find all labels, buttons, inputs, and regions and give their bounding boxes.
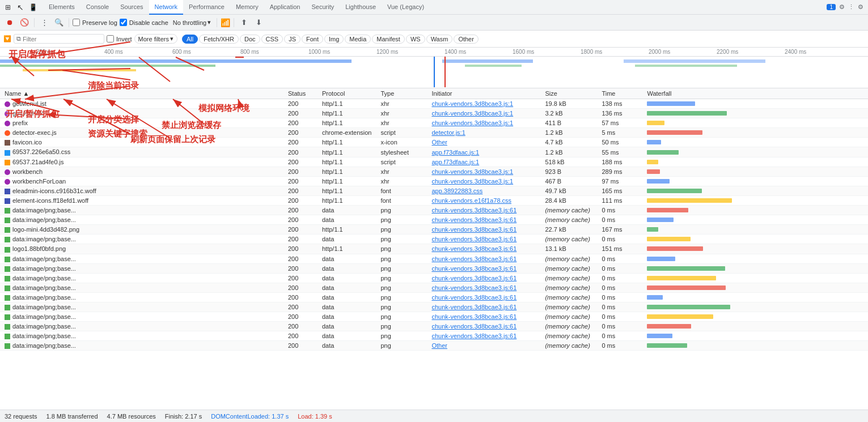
wf-overview-bar-4 — [442, 59, 533, 63]
cell-waterfall — [642, 176, 868, 186]
tab-network[interactable]: Network — [149, 0, 183, 15]
table-row[interactable]: data:image/png;base... 200 data png chun… — [0, 302, 868, 312]
table-row[interactable]: eleadmin-icons.c916b31c.woff 200 http/1.… — [0, 186, 868, 195]
filter-input-wrap[interactable]: ⧉ — [14, 34, 104, 44]
table-row[interactable]: data:image/png;base... 200 data png chun… — [0, 312, 868, 322]
filter-manifest[interactable]: Manifest — [372, 35, 405, 44]
tab-elements[interactable]: Elements — [43, 0, 81, 15]
filter-font[interactable]: Font — [302, 35, 323, 44]
table-row[interactable]: workbench 200 http/1.1 xhr chunk-vendors… — [0, 167, 868, 176]
cell-size: (memory cache) — [540, 273, 597, 283]
filter-img[interactable]: Img — [324, 35, 344, 44]
cell-waterfall — [642, 147, 868, 157]
header-status[interactable]: Status — [283, 88, 317, 99]
header-size[interactable]: Size — [540, 88, 597, 99]
table-header-row: Name ▲ Status Protocol Type Initiator Si… — [0, 88, 868, 99]
mobile-icon[interactable]: 📱 — [27, 2, 39, 13]
tab-vue[interactable]: Vue (Legacy) — [382, 0, 430, 15]
invert-label[interactable]: Invert — [107, 35, 132, 42]
header-type[interactable]: Type — [376, 88, 427, 99]
record-button[interactable]: ⏺ — [3, 16, 16, 29]
tick-2400ms: 2400 ms — [785, 49, 806, 55]
filter-media[interactable]: Media — [345, 35, 371, 44]
invert-checkbox[interactable] — [107, 35, 114, 42]
more-icon[interactable]: ⋮ — [848, 3, 854, 11]
cell-initiator: chunk-vendors.3d8bcae3.js:1 — [427, 167, 540, 176]
filter-css[interactable]: CSS — [261, 35, 283, 44]
cell-waterfall — [642, 341, 868, 351]
table-row[interactable]: getUserInfo 200 http/1.1 xhr chunk-vendo… — [0, 109, 868, 118]
cell-type: script — [376, 157, 427, 167]
table-row[interactable]: data:image/png;base... 200 data png chun… — [0, 283, 868, 292]
tab-security[interactable]: Security — [306, 0, 340, 15]
cell-waterfall — [642, 225, 868, 235]
cell-type: xhr — [376, 99, 427, 109]
cursor-icon[interactable]: ↖ — [15, 2, 26, 13]
cell-type: x-icon — [376, 138, 427, 147]
cell-status: 200 — [283, 341, 317, 351]
preserve-log-checkbox[interactable] — [73, 19, 80, 26]
network-table: Name ▲ Status Protocol Type Initiator Si… — [0, 88, 868, 351]
cell-initiator: chunk-vendors.3d8bcae3.js:1 — [427, 118, 540, 128]
table-row[interactable]: data:image/png;base... 200 data png chun… — [0, 254, 868, 263]
cell-size: 4.7 kB — [540, 138, 597, 147]
table-row[interactable]: data:image/png;base... 200 data png chun… — [0, 331, 868, 341]
table-row[interactable]: prefix 200 http/1.1 xhr chunk-vendors.3d… — [0, 118, 868, 128]
table-row[interactable]: detector-exec.js 200 chrome-extension sc… — [0, 128, 868, 138]
tab-lighthouse[interactable]: Lighthouse — [340, 0, 382, 15]
table-row[interactable]: data:image/png;base... 200 data png chun… — [0, 263, 868, 273]
throttle-dropdown[interactable]: No throttling ▾ — [171, 18, 213, 27]
disable-cache-label[interactable]: Disable cache — [120, 19, 168, 26]
table-row[interactable]: data:image/png;base... 200 data png chun… — [0, 322, 868, 331]
filter-wasm[interactable]: Wasm — [426, 35, 453, 44]
filter-fetch-xhr[interactable]: Fetch/XHR — [199, 35, 239, 44]
tab-memory[interactable]: Memory — [230, 0, 264, 15]
header-name[interactable]: Name ▲ — [0, 88, 283, 99]
table-row[interactable]: data:image/png;base... 200 data png chun… — [0, 235, 868, 244]
tab-performance[interactable]: Performance — [183, 0, 230, 15]
table-row[interactable]: logo1.88bf0bfd.png 200 http/1.1 png chun… — [0, 244, 868, 254]
table-row[interactable]: favicon.ico 200 http/1.1 x-icon Other 4.… — [0, 138, 868, 147]
search-button[interactable]: 🔍 — [53, 16, 65, 29]
header-time[interactable]: Time — [597, 88, 642, 99]
filter-all[interactable]: All — [182, 35, 198, 44]
cell-initiator: chunk-vendors.3d8bcae3.js:61 — [427, 206, 540, 215]
filter-input[interactable] — [23, 36, 91, 42]
table-row[interactable]: data:image/png;base... 200 data png Othe… — [0, 341, 868, 351]
cell-waterfall — [642, 244, 868, 254]
export-button[interactable]: ⬇ — [252, 16, 265, 29]
tab-console[interactable]: Console — [81, 0, 115, 15]
table-row[interactable]: data:image/png;base... 200 data png chun… — [0, 292, 868, 302]
cell-size: 1.2 kB — [540, 147, 597, 157]
table-row[interactable]: 69537.226e6a50.css 200 http/1.1 styleshe… — [0, 147, 868, 157]
cell-protocol: http/1.1 — [317, 225, 376, 235]
header-waterfall[interactable]: Waterfall — [642, 88, 868, 99]
filter-ws[interactable]: WS — [406, 35, 425, 44]
table-row[interactable]: data:image/png;base... 200 data png chun… — [0, 273, 868, 283]
clear-button[interactable]: 🚫 — [18, 16, 31, 29]
header-protocol[interactable]: Protocol — [317, 88, 376, 99]
disable-cache-checkbox[interactable] — [120, 19, 127, 26]
filter-js[interactable]: JS — [284, 35, 300, 44]
cell-waterfall — [642, 292, 868, 302]
more-filters-button[interactable]: More filters ▾ — [134, 34, 177, 44]
filter-icon-button[interactable]: ⋮ — [38, 16, 50, 29]
table-row[interactable]: getMenuList 200 http/1.1 xhr chunk-vendo… — [0, 99, 868, 109]
table-row[interactable]: logo-mini.4dd3d482.png 200 http/1.1 png … — [0, 225, 868, 235]
table-row[interactable]: workbenchForLoan 200 http/1.1 xhr chunk-… — [0, 176, 868, 186]
cell-status: 200 — [283, 292, 317, 302]
header-initiator[interactable]: Initiator — [427, 88, 540, 99]
tab-application[interactable]: Application — [264, 0, 306, 15]
preserve-log-label[interactable]: Preserve log — [73, 19, 117, 26]
settings-icon[interactable]: ⚙ — [839, 3, 845, 11]
filter-other[interactable]: Other — [454, 35, 479, 44]
table-row[interactable]: 69537.21ad4fe0.js 200 http/1.1 script ap… — [0, 157, 868, 167]
tab-sources[interactable]: Sources — [115, 0, 149, 15]
import-button[interactable]: ⬆ — [238, 16, 250, 29]
cell-protocol: data — [317, 235, 376, 244]
table-row[interactable]: data:image/png;base... 200 data png chun… — [0, 215, 868, 225]
settings-gear-icon[interactable]: ⚙ — [858, 3, 863, 11]
filter-doc[interactable]: Doc — [240, 35, 260, 44]
table-row[interactable]: data:image/png;base... 200 data png chun… — [0, 206, 868, 215]
table-row[interactable]: element-icons.ff18efd1.woff 200 http/1.1… — [0, 195, 868, 205]
